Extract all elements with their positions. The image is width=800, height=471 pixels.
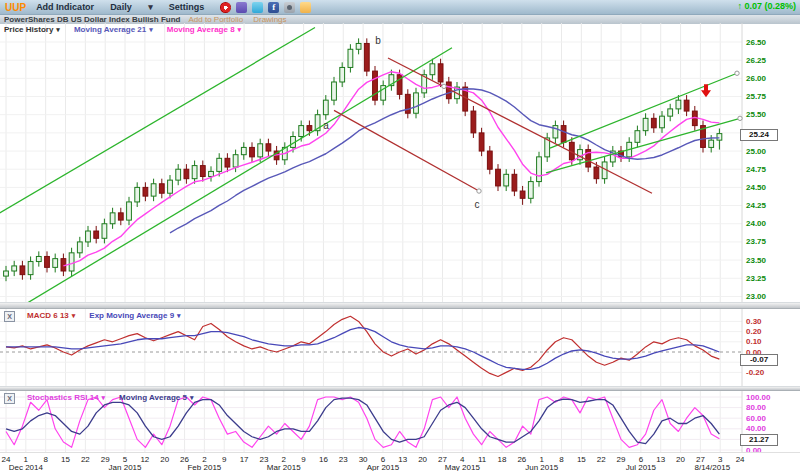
notes-icon[interactable] [300, 2, 311, 13]
macd-axis-label: -0.20 [746, 368, 794, 377]
price-chart-canvas[interactable]: abc [0, 23, 800, 302]
annotation-label-b: b [375, 35, 381, 46]
channel-1-lower[interactable] [14, 48, 452, 302]
time-tick: 22 [597, 455, 606, 464]
macd-signal-dropdown[interactable]: Exp Moving Average 9▾ [89, 311, 180, 322]
chevron-down-icon: ▾ [72, 312, 76, 319]
settings-button[interactable]: Settings [169, 2, 205, 12]
time-tick: 8 [43, 455, 47, 464]
month-label: May 2015 [445, 463, 480, 471]
price-axis-label: 26.00 [746, 74, 794, 83]
price-history-dropdown[interactable]: Price History▾ [4, 25, 60, 34]
month-label: Mar 2015 [267, 463, 301, 471]
time-tick: 29 [617, 455, 626, 464]
macd-value-box: -0.07 [740, 354, 778, 366]
twitter-icon[interactable] [252, 2, 263, 13]
price-axis-label: 25.75 [746, 92, 794, 101]
close-icon[interactable]: X [4, 311, 15, 322]
macd-axis-label: 0.30 [746, 317, 794, 326]
channel-2-upper[interactable] [550, 73, 737, 148]
time-tick: 9 [222, 455, 226, 464]
close-icon[interactable]: X [4, 393, 15, 404]
period-value: Daily [110, 2, 132, 12]
macd-axis-label: 0.20 [746, 327, 794, 336]
ma21-dropdown[interactable]: Moving Average 21▾ [74, 25, 153, 34]
stoch-axis-label: 60.00 [746, 414, 794, 423]
month-label: Jun 2015 [525, 463, 558, 471]
price-axis-label: 26.25 [746, 56, 794, 65]
channel-1-upper[interactable] [0, 27, 315, 215]
facebook-icon[interactable]: f [268, 2, 279, 13]
chevron-down-icon: ▾ [190, 394, 194, 401]
time-tick: 23 [339, 455, 348, 464]
stoch-value-box: 21.27 [740, 434, 778, 446]
chevron-down-icon: ▾ [238, 26, 242, 33]
charting-app: UUP Add Indicator Daily ▾ Settings f ↑ 0… [0, 0, 800, 471]
ma8-dropdown[interactable]: Moving Average 8▾ [167, 25, 241, 34]
time-tick: 13 [656, 455, 665, 464]
month-label: Apr 2015 [367, 463, 399, 471]
price-axis-label: 23.00 [746, 292, 794, 301]
period-dropdown[interactable]: Daily ▾ [110, 2, 153, 12]
panel-splitter[interactable] [0, 302, 800, 309]
time-tick: 20 [676, 455, 685, 464]
price-axis-label: 24.75 [746, 165, 794, 174]
time-tick: 20 [418, 455, 427, 464]
chevron-down-icon: ▾ [56, 26, 60, 33]
month-label: Feb 2015 [187, 463, 221, 471]
toolbar: UUP Add Indicator Daily ▾ Settings f ↑ 0… [0, 0, 800, 15]
price-change-text: ↑ 0.07 (0.28%) [737, 1, 796, 11]
change-value: 0.07 (0.28%) [744, 1, 796, 11]
chevron-down-icon: ▾ [148, 2, 153, 12]
time-tick: 17 [240, 455, 249, 464]
stoch-axis-label: 40.00 [746, 424, 794, 433]
time-tick: 8 [559, 455, 563, 464]
time-tick: 13 [398, 455, 407, 464]
time-tick: 22 [81, 455, 90, 464]
symbol-ticker[interactable]: UUP [5, 2, 26, 13]
chevron-down-icon: ▾ [102, 394, 106, 401]
stoch-ma-dropdown[interactable]: Moving Average 5▾ [119, 393, 193, 404]
macd-axis-label: 0.10 [746, 337, 794, 346]
macd-dropdown[interactable]: MACD 6 13▾ [27, 311, 75, 322]
down-arrow-marker [701, 84, 711, 97]
month-label: Jan 2015 [109, 463, 142, 471]
chevron-down-icon: ▾ [149, 26, 153, 33]
add-indicator-button[interactable]: Add Indicator [36, 2, 94, 12]
price-panel-legend: Price History▾ Moving Average 21▾ Moving… [4, 25, 241, 34]
stoch-axis-label: 80.00 [746, 403, 794, 412]
time-tick: 15 [577, 455, 586, 464]
time-tick: 20 [160, 455, 169, 464]
price-axis-label: 26.50 [746, 38, 794, 47]
time-tick: 18 [498, 455, 507, 464]
stoch-axis-label: 100.00 [746, 393, 794, 402]
month-label: 8/14/2015 [695, 463, 731, 471]
time-tick: 16 [319, 455, 328, 464]
stochastics-dropdown[interactable]: Stochastics RSI 14▾ [27, 393, 105, 404]
price-axis-label: 25.00 [746, 147, 794, 156]
camera-icon[interactable] [284, 2, 295, 13]
price-axis-label: 24.50 [746, 183, 794, 192]
annotation-label-c: c [475, 199, 480, 210]
stoch-panel-legend: X Stochastics RSI 14▾ Moving Average 5▾ [4, 393, 194, 404]
price-axis-label: 24.00 [746, 219, 794, 228]
community-icon[interactable] [236, 2, 247, 13]
time-tick: 12 [140, 455, 149, 464]
price-axis-label: 23.75 [746, 237, 794, 246]
chevron-down-icon: ▾ [177, 312, 181, 319]
price-axis-label: 25.50 [746, 110, 794, 119]
last-price-box: 25.24 [740, 129, 778, 141]
up-arrow-icon: ↑ [737, 1, 742, 11]
month-label: Jul 2015 [626, 463, 656, 471]
record-icon[interactable] [220, 2, 231, 13]
price-axis-label: 24.25 [746, 201, 794, 210]
macd-panel-legend: X MACD 6 13▾ Exp Moving Average 9▾ [4, 311, 181, 322]
price-axis-label: 23.50 [746, 256, 794, 265]
price-axis-label: 23.25 [746, 274, 794, 283]
time-tick: 24 [736, 455, 745, 464]
month-label: Dec 2014 [9, 463, 43, 471]
annotation-label-a: a [323, 120, 329, 131]
time-tick: 9 [301, 455, 305, 464]
time-axis: 2418152229512202629172329162330613202741… [0, 452, 800, 471]
time-tick: 15 [61, 455, 70, 464]
